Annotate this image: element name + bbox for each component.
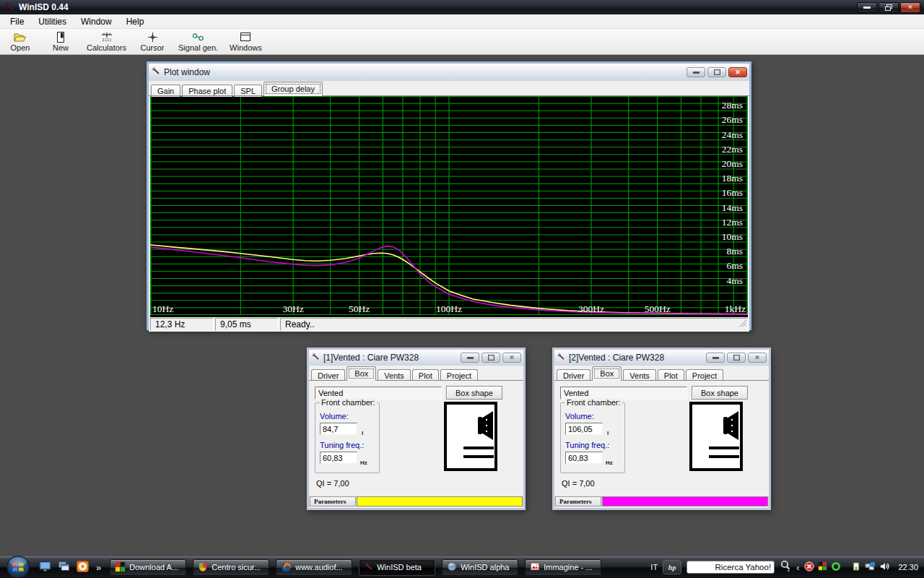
tab-gain[interactable]: Gain xyxy=(151,85,180,97)
svg-text:24ms: 24ms xyxy=(722,129,743,140)
app-restore-button[interactable] xyxy=(879,2,899,13)
yahoo-search-input[interactable] xyxy=(687,563,774,571)
box2-parameters-button[interactable]: Parameters xyxy=(555,496,601,506)
messenger-ring-icon[interactable] xyxy=(831,561,841,574)
taskbar-button-immagine[interactable]: Immagine - ... xyxy=(525,559,601,576)
box1-box-shape-button[interactable]: Box shape xyxy=(446,386,502,400)
volume-icon[interactable] xyxy=(879,561,890,574)
menu-help[interactable]: Help xyxy=(119,14,152,29)
cursor-button[interactable]: Cursor xyxy=(138,32,167,52)
tab-group-delay[interactable]: Group delay xyxy=(263,82,323,96)
taskbar-clock[interactable]: 22.30 xyxy=(898,563,918,571)
plot-tabbar: Gain Phase plot SPL Group delay xyxy=(149,81,749,96)
box-window-2-titlebar[interactable]: [2]Vented : Ciare PW328 ✕ xyxy=(554,350,769,366)
menu-file[interactable]: File xyxy=(3,14,31,29)
menu-window[interactable]: Window xyxy=(74,14,119,29)
tab-phase-plot[interactable]: Phase plot xyxy=(182,85,232,97)
box2-volume-label: Volume: xyxy=(565,412,594,420)
winisd-sphere-icon xyxy=(447,561,457,573)
box2-tuning-input[interactable] xyxy=(565,452,603,464)
taskbar-button-winisd-beta[interactable]: WinISD beta xyxy=(359,559,435,576)
plot-window-titlebar[interactable]: Plot window ✕ xyxy=(149,64,749,81)
start-button[interactable] xyxy=(6,555,30,578)
box1-volume-label: Volume: xyxy=(320,412,349,420)
box2-tab-plot[interactable]: Plot xyxy=(658,369,684,381)
hp-quickplay-icon[interactable]: hp xyxy=(663,560,681,574)
taskbar-button-download[interactable]: Download A... xyxy=(110,559,186,576)
box-window-1-wrench-icon xyxy=(311,353,320,363)
box2-tab-box[interactable]: Box xyxy=(592,366,622,381)
show-desktop-icon[interactable] xyxy=(39,561,51,574)
open-button[interactable]: Open xyxy=(6,32,35,52)
download-manager-icon xyxy=(115,561,126,574)
box2-ql-value: QI = 7,00 xyxy=(562,479,595,488)
yahoo-search-box[interactable] xyxy=(687,561,775,574)
svg-text:100Hz: 100Hz xyxy=(436,303,462,314)
app-minimize-button[interactable] xyxy=(857,2,877,13)
svg-text:6ms: 6ms xyxy=(726,260,743,271)
svg-text:26ms: 26ms xyxy=(722,114,743,125)
box2-tab-vents[interactable]: Vents xyxy=(623,369,656,381)
windows-button[interactable]: Windows xyxy=(230,32,262,52)
group-delay-chart[interactable]: 28ms26ms24ms22ms20ms18ms16ms14ms12ms10ms… xyxy=(150,96,748,317)
svg-text:10Hz: 10Hz xyxy=(152,303,173,314)
media-player-icon[interactable] xyxy=(77,561,89,574)
box2-tab-driver[interactable]: Driver xyxy=(557,369,590,381)
box1-tab-project[interactable]: Project xyxy=(440,369,478,381)
new-button[interactable]: New xyxy=(46,32,75,52)
menu-utilities[interactable]: Utilities xyxy=(31,14,74,29)
svg-text:4ms: 4ms xyxy=(726,275,743,286)
box1-curve-color-bar xyxy=(357,496,523,506)
box1-minimize-button[interactable] xyxy=(461,353,479,363)
box2-minimize-button[interactable] xyxy=(706,353,725,363)
quick-launch-overflow-chevron[interactable]: » xyxy=(96,562,101,573)
box1-volume-input[interactable] xyxy=(320,423,357,435)
calculators-icon xyxy=(100,32,113,43)
resize-grip[interactable] xyxy=(739,319,747,329)
power-plug-icon[interactable] xyxy=(852,561,861,574)
box1-tuning-input[interactable] xyxy=(320,452,357,464)
taskbar-button-winisd-alpha[interactable]: WinISD alpha xyxy=(442,559,518,576)
security-alert-icon[interactable] xyxy=(804,561,814,574)
download-manager-tray-icon[interactable] xyxy=(818,561,827,573)
box1-maximize-button[interactable] xyxy=(481,353,500,363)
box2-close-button[interactable]: ✕ xyxy=(748,353,767,363)
svg-text:1kHz: 1kHz xyxy=(725,303,746,314)
box-window-1-titlebar[interactable]: [1]Vented : Ciare PW328 ✕ xyxy=(309,350,523,366)
box1-tab-vents[interactable]: Vents xyxy=(378,369,411,381)
svg-text:12ms: 12ms xyxy=(722,217,743,228)
plot-minimize-button[interactable] xyxy=(687,67,705,77)
windows-list-icon xyxy=(240,32,251,43)
calculators-button[interactable]: Calculators xyxy=(87,32,126,52)
box2-maximize-button[interactable] xyxy=(727,353,746,363)
taskbar-button-security-center[interactable]: Centro sicur... xyxy=(193,559,269,576)
box2-box-shape-button[interactable]: Box shape xyxy=(692,386,748,400)
box1-parameters-button[interactable]: Parameters xyxy=(310,496,356,506)
cursor-delay-readout: 9,05 ms xyxy=(215,318,279,331)
box1-tab-plot[interactable]: Plot xyxy=(412,369,439,381)
network-status-icon[interactable] xyxy=(865,561,876,574)
box2-parameter-row: Parameters xyxy=(554,496,769,506)
open-folder-icon xyxy=(14,32,27,43)
plot-maximize-button[interactable] xyxy=(707,67,726,77)
taskbar-button-firefox[interactable]: www.audiof... xyxy=(276,559,352,576)
menubar: File Utilities Window Help xyxy=(0,14,924,29)
box2-tab-project[interactable]: Project xyxy=(686,369,723,381)
box1-shape-diagram xyxy=(443,401,498,473)
box2-volume-input[interactable] xyxy=(565,423,603,435)
plot-close-button[interactable]: ✕ xyxy=(728,67,747,77)
firefox-icon xyxy=(281,561,292,574)
switch-windows-icon[interactable] xyxy=(58,561,70,574)
box1-tab-box[interactable]: Box xyxy=(346,366,376,381)
tab-spl[interactable]: SPL xyxy=(234,85,262,97)
signal-gen-button[interactable]: Signal gen. xyxy=(178,32,218,52)
search-magnifier-icon[interactable] xyxy=(780,560,791,574)
box1-tab-driver[interactable]: Driver xyxy=(311,369,345,381)
box2-volume-unit: l xyxy=(607,430,609,436)
image-viewer-icon xyxy=(530,561,540,573)
app-close-button[interactable]: ✕ xyxy=(900,2,920,13)
svg-text:14ms: 14ms xyxy=(722,202,743,213)
tray-collapse-chevron[interactable]: ‹ xyxy=(796,562,799,573)
box1-close-button[interactable]: ✕ xyxy=(502,353,521,363)
language-indicator[interactable]: IT xyxy=(650,563,658,571)
